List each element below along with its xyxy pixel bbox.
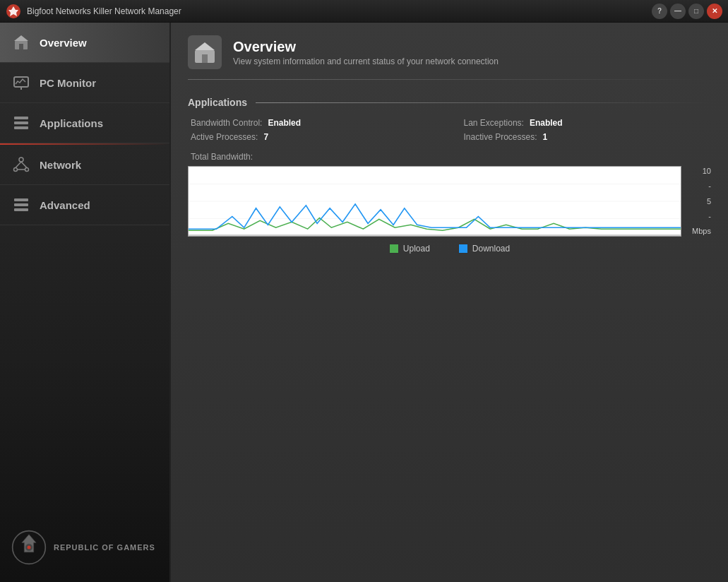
- download-color-box: [458, 244, 468, 254]
- svg-rect-5: [14, 77, 28, 87]
- svg-point-12: [14, 168, 18, 172]
- svg-line-14: [16, 162, 21, 168]
- sidebar-item-applications[interactable]: Applications: [0, 103, 169, 143]
- active-processes-value: 7: [263, 132, 268, 142]
- maximize-button[interactable]: □: [688, 4, 704, 19]
- content-body: Applications Bandwidth Control: Enabled …: [171, 80, 728, 265]
- close-button[interactable]: ✕: [707, 4, 722, 19]
- svg-point-23: [28, 546, 31, 550]
- page-subtitle: View system information and current stat…: [233, 57, 499, 66]
- sidebar: Overview PC Monitor: [0, 23, 169, 582]
- y-label-5: 5: [686, 198, 711, 206]
- y-label-mbps: Mbps: [686, 227, 711, 235]
- monitor-icon: [11, 73, 31, 93]
- svg-rect-18: [14, 203, 28, 206]
- chart-container: 10 - 5 - Mbps: [188, 166, 711, 237]
- bandwidth-chart: [188, 166, 681, 237]
- download-label: Download: [472, 244, 510, 254]
- content-header: Overview View system information and cur…: [171, 23, 728, 79]
- sidebar-label-applications: Applications: [40, 117, 103, 129]
- page-title: Overview: [233, 39, 499, 55]
- window-controls: ? — □ ✕: [652, 4, 722, 19]
- content-area: Overview View system information and cur…: [169, 23, 728, 582]
- bandwidth-control-value: Enabled: [268, 118, 301, 128]
- svg-rect-10: [14, 126, 28, 129]
- app-icon: [6, 4, 21, 19]
- sidebar-label-advanced: Advanced: [40, 199, 90, 211]
- help-button[interactable]: ?: [652, 4, 667, 19]
- sidebar-item-overview[interactable]: Overview: [0, 23, 169, 63]
- header-text: Overview View system information and cur…: [233, 39, 499, 66]
- rog-text: REPUBLIC OF GAMERS: [54, 542, 155, 552]
- header-icon: [188, 35, 222, 69]
- section-header: Applications: [188, 97, 711, 108]
- sidebar-item-network[interactable]: Network: [0, 145, 169, 185]
- sidebar-item-advanced[interactable]: Advanced: [0, 185, 169, 225]
- svg-marker-3: [14, 35, 28, 41]
- chart-svg: [189, 167, 681, 236]
- sidebar-label-network: Network: [40, 159, 81, 171]
- svg-rect-8: [14, 117, 28, 119]
- network-icon: [11, 155, 31, 174]
- inactive-processes-label: Inactive Processes:: [464, 132, 537, 142]
- bandwidth-control-stat: Bandwidth Control: Enabled: [191, 118, 436, 128]
- lan-exceptions-label: Lan Exceptions:: [464, 118, 524, 128]
- svg-rect-17: [14, 198, 28, 201]
- rog-logo: REPUBLIC OF GAMERS: [11, 530, 155, 565]
- svg-marker-25: [195, 42, 215, 50]
- minimize-button[interactable]: —: [670, 4, 686, 19]
- y-label-dash1: -: [686, 182, 711, 190]
- lan-exceptions-stat: Lan Exceptions: Enabled: [464, 118, 709, 128]
- svg-point-13: [25, 168, 29, 172]
- bandwidth-label: Total Bandwidth:: [188, 152, 711, 162]
- svg-rect-9: [14, 121, 28, 124]
- legend-upload: Upload: [389, 244, 430, 254]
- upload-color-box: [389, 244, 399, 254]
- svg-rect-19: [14, 208, 28, 211]
- title-bar: Bigfoot Networks Killer Network Manager …: [0, 0, 728, 23]
- legend-download: Download: [458, 244, 510, 254]
- section-title: Applications: [188, 97, 247, 108]
- active-processes-stat: Active Processes: 7: [191, 132, 436, 142]
- svg-rect-26: [202, 54, 208, 63]
- stats-grid: Bandwidth Control: Enabled Lan Exception…: [188, 118, 711, 142]
- advanced-icon: [11, 195, 31, 215]
- section-divider: [256, 102, 711, 103]
- sidebar-label-pc-monitor: PC Monitor: [40, 77, 96, 89]
- main-layout: Overview PC Monitor: [0, 23, 728, 582]
- bandwidth-control-label: Bandwidth Control:: [191, 118, 262, 128]
- applications-section: Applications Bandwidth Control: Enabled …: [188, 97, 711, 254]
- chart-legend: Upload Download: [188, 244, 711, 254]
- active-processes-label: Active Processes:: [191, 132, 258, 142]
- y-label-10: 10: [686, 167, 711, 175]
- inactive-processes-stat: Inactive Processes: 1: [464, 132, 709, 142]
- svg-rect-4: [19, 44, 23, 49]
- svg-line-15: [21, 162, 27, 168]
- inactive-processes-value: 1: [543, 132, 548, 142]
- sidebar-label-overview: Overview: [40, 37, 87, 49]
- lan-exceptions-value: Enabled: [530, 118, 563, 128]
- y-label-dash2: -: [686, 213, 711, 220]
- home-icon: [11, 32, 31, 52]
- svg-point-11: [19, 158, 23, 162]
- rog-logo-icon: [11, 530, 47, 565]
- applications-icon: [11, 113, 31, 133]
- app-title: Bigfoot Networks Killer Network Manager: [27, 6, 652, 16]
- chart-y-axis: 10 - 5 - Mbps: [686, 166, 711, 237]
- upload-label: Upload: [403, 244, 430, 254]
- sidebar-item-pc-monitor[interactable]: PC Monitor: [0, 63, 169, 103]
